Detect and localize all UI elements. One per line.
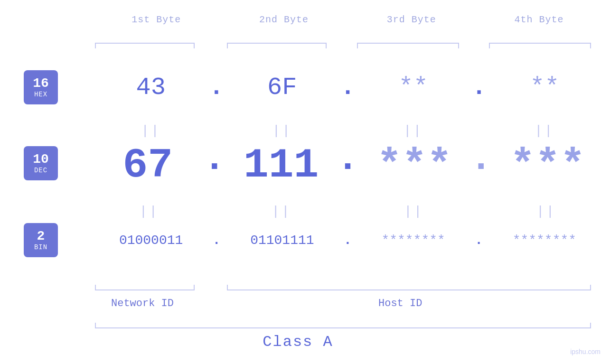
hex-dot-1: . <box>209 74 224 102</box>
dec-dot-2: . <box>336 137 359 184</box>
bin-val-2: 01101111 <box>250 233 314 248</box>
eq-hex-dec-2: || <box>224 123 340 138</box>
row-bin: 01000011 . 01101111 . ******** . *******… <box>93 223 603 257</box>
corner-tr-1 <box>194 43 195 48</box>
bracket-outer <box>95 327 591 328</box>
bin-cell-3: ******** <box>355 233 472 248</box>
bin-val-4: ******** <box>513 233 576 248</box>
byte-header-4: 4th Byte <box>475 14 603 25</box>
badge-bin: 2 BIN <box>24 223 58 257</box>
bracket-top-1 <box>95 43 195 44</box>
bracket-bottom-host-left <box>227 285 228 290</box>
bracket-outer-right <box>590 323 591 328</box>
dec-val-1: 67 <box>123 142 173 189</box>
dec-dot-1: . <box>203 137 226 184</box>
host-id-label: Host ID <box>378 298 422 309</box>
equals-dec-bin: || || || || <box>93 204 603 219</box>
eq-hex-dec-1: || <box>93 123 209 138</box>
bracket-outer-left <box>95 323 96 328</box>
bracket-bottom-network <box>95 289 195 290</box>
corner-tl-3 <box>357 43 358 48</box>
dec-val-3: *** <box>377 142 452 189</box>
eq-spacer-dec-2 <box>338 204 357 219</box>
badge-bin-label: BIN <box>34 243 47 251</box>
hex-val-3: ** <box>399 74 428 102</box>
bracket-bottom-host <box>227 289 591 290</box>
byte-header-3: 3rd Byte <box>348 14 476 25</box>
eq-spacer-3 <box>472 123 486 138</box>
eq-hex-dec-3: || <box>355 123 472 138</box>
bin-val-3: ******** <box>381 233 445 248</box>
corner-tl-1 <box>95 43 96 48</box>
eq-dec-bin-2: || <box>225 204 338 219</box>
dec-dot-3: . <box>469 137 492 184</box>
hex-val-2: 6F <box>267 74 297 102</box>
bin-cell-1: 01000011 <box>93 233 209 248</box>
eq-spacer-dec-3 <box>470 204 489 219</box>
dec-cell-2: 111 <box>226 142 337 189</box>
badge-dec-label: DEC <box>34 167 47 174</box>
hex-dot-3: . <box>471 74 486 102</box>
corner-tl-2 <box>227 43 228 48</box>
byte-headers: 1st Byte 2nd Byte 3rd Byte 4th Byte <box>93 14 603 25</box>
bracket-top-4 <box>489 43 591 44</box>
dec-cell-3: *** <box>359 142 470 189</box>
row-dec: 67 . 111 . *** . *** <box>93 146 603 184</box>
hex-val-1: 43 <box>136 74 165 102</box>
eq-dec-bin-1: || <box>93 204 206 219</box>
byte-header-1: 1st Byte <box>93 14 220 25</box>
dec-val-4: *** <box>510 142 585 189</box>
hex-cell-1: 43 <box>93 74 209 102</box>
bracket-bottom-network-right <box>194 285 195 290</box>
badge-hex-num: 16 <box>33 76 49 91</box>
bracket-bottom-host-right <box>590 285 591 290</box>
hex-cell-4: ** <box>487 74 603 102</box>
dec-cell-1: 67 <box>93 142 203 189</box>
byte-header-2: 2nd Byte <box>220 14 348 25</box>
hex-cell-2: 6F <box>224 74 340 102</box>
corner-tl-4 <box>489 43 490 48</box>
hex-cell-3: ** <box>355 74 471 102</box>
eq-spacer-1 <box>209 123 224 138</box>
badge-dec-num: 10 <box>33 152 49 167</box>
bin-dot-3: . <box>472 233 486 248</box>
corner-tr-4 <box>590 43 591 48</box>
eq-dec-bin-4: || <box>489 204 603 219</box>
bin-dot-1: . <box>209 233 224 248</box>
eq-spacer-dec-1 <box>206 204 225 219</box>
bracket-bottom-network-left <box>95 285 96 290</box>
row-hex: 43 . 6F . ** . ** <box>93 70 603 104</box>
eq-hex-dec-4: || <box>486 123 603 138</box>
network-id-label: Network ID <box>111 298 174 309</box>
bracket-top-2 <box>227 43 327 44</box>
corner-tr-3 <box>458 43 459 48</box>
watermark: ipshu.com <box>570 348 601 355</box>
bin-cell-2: 01101111 <box>224 233 340 248</box>
bin-dot-2: . <box>341 233 355 248</box>
corner-tr-2 <box>326 43 327 48</box>
bracket-top-3 <box>357 43 459 44</box>
dec-cell-4: *** <box>492 142 603 189</box>
hex-dot-2: . <box>340 74 355 102</box>
bin-cell-4: ******** <box>486 233 603 248</box>
badge-bin-num: 2 <box>37 229 45 244</box>
badge-hex: 16 HEX <box>24 70 58 104</box>
badge-hex-label: HEX <box>34 91 47 98</box>
eq-dec-bin-3: || <box>357 204 471 219</box>
badge-dec: 10 DEC <box>24 146 58 180</box>
hex-val-4: ** <box>530 74 559 102</box>
bin-val-1: 01000011 <box>119 233 183 248</box>
eq-spacer-2 <box>341 123 355 138</box>
equals-hex-dec: || || || || <box>93 123 603 138</box>
class-label: Class A <box>0 333 596 351</box>
dec-val-2: 111 <box>244 142 319 189</box>
main-container: 1st Byte 2nd Byte 3rd Byte 4th Byte 16 H… <box>0 0 610 364</box>
